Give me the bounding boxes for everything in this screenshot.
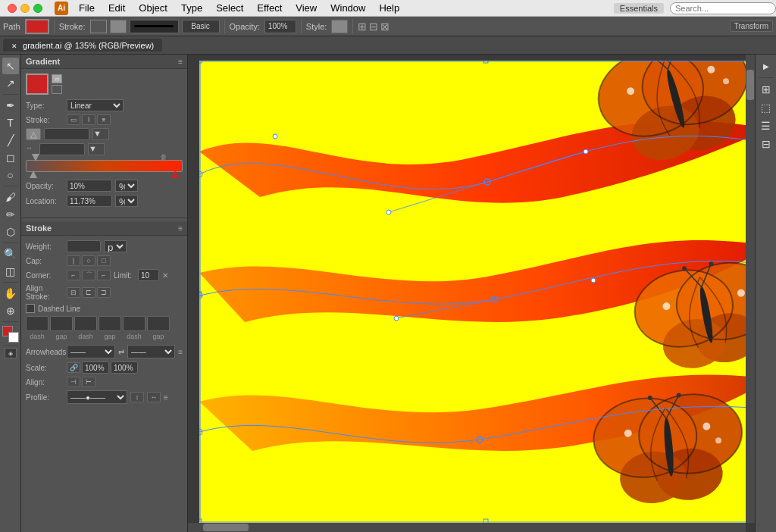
stroke-panel-header[interactable]: Stroke ≡ [21,221,187,236]
stroke-style-dropdown[interactable] [130,20,179,33]
tool-rect[interactable]: ◻ [2,149,19,166]
dash-box-1[interactable] [26,316,48,331]
tool-pen[interactable]: ✒ [2,97,19,114]
align-extend[interactable]: ⊣ [67,377,80,387]
transform-button[interactable]: Transform [730,20,773,32]
stroke-color[interactable] [90,20,107,33]
corner-bevel[interactable]: ⌐ [97,270,111,280]
menu-view[interactable]: View [289,2,323,14]
align-left-icon[interactable]: ⊞ [358,20,367,33]
tool-blend[interactable]: ⬡ [2,224,19,240]
menu-window[interactable]: Window [324,2,371,14]
scale-start-input[interactable] [82,361,109,374]
menu-help[interactable]: Help [373,2,405,14]
location-input[interactable] [67,195,112,207]
menu-effect[interactable]: Effect [251,2,288,14]
dash-box-2[interactable] [74,316,97,331]
gap-box-1[interactable] [50,316,73,331]
limit-close[interactable]: ✕ [162,271,168,280]
cap-square[interactable]: □ [97,255,111,266]
stroke-panel-menu[interactable]: ≡ [178,224,183,233]
tool-hand[interactable]: ✋ [2,285,19,302]
gradient-type-select[interactable]: Linear Radial [67,99,124,111]
align-center-stroke[interactable]: ⊟ [67,287,80,298]
fill-color[interactable] [25,19,49,34]
arrowheads-menu[interactable]: ≡ [178,348,183,356]
file-tab[interactable]: ✕ gradient.ai @ 135% (RGB/Preview) [3,39,162,52]
scale-dropdown[interactable]: ▼ [88,143,105,155]
opacity-unit[interactable]: % [115,180,138,192]
style-dropdown[interactable] [331,20,348,33]
menu-object[interactable]: Object [133,2,174,14]
drawing-modes[interactable]: ◈ [5,348,17,358]
scale-end-input[interactable] [111,361,138,374]
gradient-delete-icon[interactable]: 🗑 [160,152,167,161]
right-panel-btn-4[interactable]: ⊟ [758,136,774,152]
stroke-along-btn[interactable]: ⌇ [82,114,95,125]
gradient-panel-header[interactable]: Gradient ≡ [21,55,187,69]
tool-select[interactable]: ↖ [2,58,19,74]
tool-zoom[interactable]: ⊕ [2,302,19,319]
profile-flip-v[interactable]: ↕ [130,392,144,402]
gradient-fill-box[interactable] [26,74,48,95]
dashed-checkbox[interactable] [26,304,35,313]
dash-box-3[interactable] [123,316,146,331]
maximize-button[interactable] [33,4,42,13]
profile-menu[interactable]: ≡ [164,393,168,402]
location-unit[interactable]: % [115,195,138,207]
stroke-fill-btn[interactable]: ▭ [67,114,80,125]
right-panel-btn-2[interactable]: ⬚ [758,99,774,116]
scroll-thumb-horizontal[interactable] [203,524,249,531]
gradient-bar[interactable] [26,160,183,172]
arrow-end-select[interactable]: —— → [127,345,176,358]
tool-direct-select[interactable]: ↗ [2,75,19,92]
vertical-scrollbar[interactable] [746,55,755,523]
tool-line[interactable]: ╱ [2,132,19,149]
profile-flip-h[interactable]: ↔ [147,392,161,402]
reset-icon[interactable] [52,85,62,94]
scale-input[interactable] [39,143,85,155]
scale-link-icon[interactable]: 🔗 [67,362,80,373]
close-button[interactable] [8,4,17,13]
tool-pencil[interactable]: ✏ [2,206,19,223]
menu-select[interactable]: Select [210,2,249,14]
align-inside[interactable]: ⊢ [82,377,95,387]
tool-eyedropper[interactable]: 🔍 [2,246,19,262]
tool-type[interactable]: T [2,114,19,131]
tool-paintbrush[interactable]: 🖌 [2,189,19,205]
arrow-start-select[interactable]: —— → [67,345,115,358]
right-panel-btn-1[interactable]: ⊞ [758,81,774,98]
corner-round[interactable]: ⌒ [82,270,95,280]
align-outside-stroke[interactable]: ⊐ [97,287,111,298]
opacity-input[interactable] [264,20,296,33]
menu-file[interactable]: File [73,2,101,14]
swap-icon[interactable]: ⇄ [52,74,62,83]
right-panel-collapse[interactable]: ▶ [758,58,774,74]
search-input[interactable] [670,2,776,14]
weight-unit[interactable]: pt [104,240,127,252]
stroke-basic-dropdown[interactable]: Basic [182,20,220,33]
scroll-thumb-vertical[interactable] [746,70,754,100]
file-tab-close[interactable]: ✕ [11,42,17,50]
stroke-box-small[interactable] [8,332,19,343]
angle-dropdown[interactable]: ▼ [92,128,109,140]
cap-round[interactable]: ○ [82,255,95,266]
corner-miter[interactable]: ⌐ [67,270,80,280]
opacity-prop-input[interactable] [67,180,112,192]
stroke-preview-box[interactable] [110,20,127,33]
align-inside-stroke[interactable]: ⊏ [82,287,95,298]
essentials-button[interactable]: Essentials [614,3,664,14]
profile-select[interactable]: ——●—— Uniform [67,390,127,404]
horizontal-scrollbar[interactable] [188,523,746,532]
limit-input[interactable] [138,269,159,281]
cap-butt[interactable]: | [67,255,80,266]
minimize-button[interactable] [20,4,30,13]
menu-type[interactable]: Type [175,2,208,14]
arrow-swap[interactable]: ⇄ [118,348,124,356]
gap-box-2[interactable] [99,316,121,331]
angle-input[interactable] [44,128,89,140]
stroke-across-btn[interactable]: ⌆ [97,114,111,125]
align-center-icon[interactable]: ⊟ [369,20,378,33]
gradient-panel-menu[interactable]: ≡ [178,58,183,66]
weight-input[interactable] [67,240,101,252]
